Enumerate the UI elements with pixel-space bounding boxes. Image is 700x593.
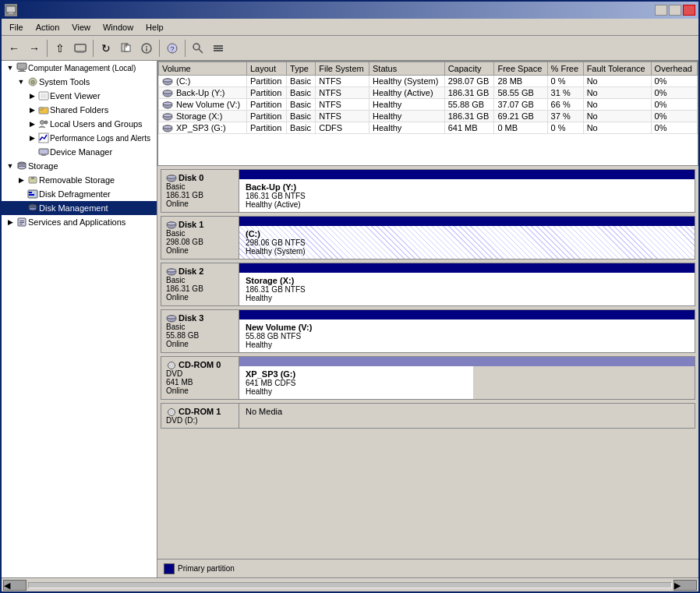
scroll-left[interactable]: ◀ [3, 580, 27, 591]
disk-partition[interactable]: Storage (X:) 186.31 GB NTFS Healthy [239, 273, 695, 305]
expand-icon[interactable]: ▶ [27, 90, 37, 101]
expand-icon[interactable]: ▶ [27, 104, 37, 115]
expand-icon[interactable]: ▶ [27, 118, 37, 129]
tree-item-device-manager[interactable]: Device Manager [2, 145, 157, 159]
table-cell: Partition [246, 122, 286, 134]
table-cell: 0% [651, 76, 697, 87]
expand-icon[interactable]: ▼ [5, 161, 16, 171]
svg-rect-4 [76, 51, 84, 53]
tree-item-defrag[interactable]: Disk Defragmenter [2, 187, 157, 201]
table-row[interactable]: Storage (X:)PartitionBasicNTFSHealthy186… [159, 111, 698, 122]
back-button[interactable]: ← [5, 39, 23, 58]
svg-point-13 [193, 44, 200, 50]
export-button[interactable] [117, 39, 136, 58]
col-status[interactable]: Status [369, 62, 445, 76]
tree-item-storage[interactable]: ▼ Storage [2, 159, 157, 173]
cdrom-content: XP_SP3 (G:) 641 MB CDFS Healthy [239, 357, 695, 399]
extra-button[interactable] [209, 39, 228, 58]
partition-detail2: Healthy [246, 294, 688, 302]
maximize-button[interactable] [669, 5, 681, 16]
col-capacity[interactable]: Capacity [444, 62, 494, 76]
scroll-right[interactable]: ▶ [673, 580, 697, 591]
left-panel: ▼ Computer Management (Local) ▼ ⚙ System… [2, 61, 157, 577]
properties-button[interactable] [137, 39, 156, 58]
col-freespace[interactable]: Free Space [494, 62, 547, 76]
expand-icon[interactable]: ▶ [27, 132, 37, 143]
tree-item-perf-logs[interactable]: ▶ Performance Logs and Alerts [2, 131, 157, 145]
table-cell: 31 % [547, 87, 583, 99]
tree-label: Disk Defragmenter [39, 189, 111, 199]
expand-icon[interactable] [16, 189, 27, 199]
tree-item-removable[interactable]: ▶ Removable Storage [2, 173, 157, 187]
table-cell: Basic [287, 76, 316, 87]
cdrom-label: CD-ROM 1 DVD (D:) [161, 404, 239, 428]
cdrom-partition[interactable]: XP_SP3 (G:) 641 MB CDFS Healthy [239, 366, 473, 399]
menu-file[interactable]: File [3, 21, 30, 34]
tree-item-disk-management[interactable]: Disk Management [2, 201, 157, 215]
show-desktop-button[interactable] [71, 39, 90, 58]
title-bar [2, 2, 698, 19]
menu-action[interactable]: Action [30, 21, 66, 34]
forward-button[interactable]: → [25, 39, 44, 58]
disk-partition[interactable]: Back-Up (Y:) 186.31 GB NTFS Healthy (Act… [239, 179, 695, 212]
table-cell: No [583, 122, 651, 134]
disk-partition[interactable]: New Volume (V:) 55.88 GB NTFS Healthy [239, 319, 695, 352]
table-row[interactable]: (C:)PartitionBasicNTFSHealthy (System)29… [159, 76, 698, 87]
expand-icon[interactable]: ▼ [16, 76, 27, 87]
tree-item-local-users[interactable]: ▶ Local Users and Groups [2, 117, 157, 131]
svg-rect-41 [29, 194, 34, 196]
tree-item-system-tools[interactable]: ▼ ⚙ System Tools [2, 75, 157, 89]
tree-item-computer-management[interactable]: ▼ Computer Management (Local) [2, 61, 157, 75]
up-button[interactable]: ⇧ [51, 39, 69, 58]
search-button[interactable] [189, 39, 207, 58]
toolbar-separator-4 [185, 40, 186, 57]
table-row[interactable]: New Volume (V:)PartitionBasicNTFSHealthy… [159, 99, 698, 111]
disk-content: New Volume (V:) 55.88 GB NTFS Healthy [239, 310, 695, 352]
table-cell: 66 % [547, 99, 583, 111]
col-overhead[interactable]: Overhead [651, 62, 697, 76]
menu-view[interactable]: View [65, 21, 97, 34]
expand-icon[interactable] [27, 146, 37, 157]
expand-icon[interactable]: ▶ [5, 217, 16, 228]
partition-detail2: Healthy [246, 341, 688, 349]
svg-rect-15 [214, 45, 223, 47]
title-buttons [655, 5, 695, 16]
expand-icon[interactable] [16, 203, 27, 214]
col-type[interactable]: Type [287, 62, 316, 76]
tree-label: Event Viewer [50, 91, 101, 101]
col-filesystem[interactable]: File System [316, 62, 369, 76]
tree-item-shared-folders[interactable]: ▶ Shared Folders [2, 103, 157, 117]
table-row[interactable]: Back-Up (Y:)PartitionBasicNTFSHealthy (A… [159, 87, 698, 99]
refresh-button[interactable]: ↻ [97, 39, 115, 58]
tree-item-event-viewer[interactable]: ▶ Event Viewer [2, 89, 157, 103]
horizontal-scrollbar[interactable]: ◀ ▶ [2, 577, 698, 591]
minimize-button[interactable] [655, 5, 667, 16]
col-volume[interactable]: Volume [159, 62, 247, 76]
partition-detail1: 55.88 GB NTFS [246, 332, 688, 341]
help-button[interactable]: ? [163, 39, 182, 58]
svg-rect-28 [39, 108, 43, 110]
disk-row: Disk 0 Basic 186.31 GB Online Back-Up (Y… [161, 169, 695, 213]
disk-type: Basic [166, 229, 234, 238]
expand-icon[interactable]: ▼ [5, 62, 16, 73]
menu-help[interactable]: Help [140, 21, 170, 34]
toolbar-separator-3 [159, 40, 160, 57]
svg-point-70 [171, 411, 173, 414]
disk-partition[interactable]: (C:) 298.06 GB NTFS Healthy (System) [239, 226, 695, 259]
col-pctfree[interactable]: % Free [547, 62, 583, 76]
close-button[interactable] [683, 5, 695, 16]
expand-icon[interactable]: ▶ [16, 175, 27, 185]
tree-item-services[interactable]: ▶ Services and Applications [2, 215, 157, 229]
svg-rect-18 [17, 63, 27, 69]
col-layout[interactable]: Layout [246, 62, 286, 76]
svg-rect-47 [19, 222, 24, 223]
table-cell: 28 MB [494, 76, 547, 87]
col-fault[interactable]: Fault Tolerance [583, 62, 651, 76]
menu-window[interactable]: Window [97, 21, 140, 34]
disk-area: Disk 0 Basic 186.31 GB Online Back-Up (Y… [157, 166, 698, 559]
main-area: ▼ Computer Management (Local) ▼ ⚙ System… [2, 61, 698, 577]
table-row[interactable]: XP_SP3 (G:)PartitionBasicCDFSHealthy641 … [159, 122, 698, 134]
svg-rect-2 [7, 14, 15, 15]
volume-table: Volume Layout Type File System Status Ca… [158, 62, 698, 134]
perf-icon [37, 132, 50, 144]
